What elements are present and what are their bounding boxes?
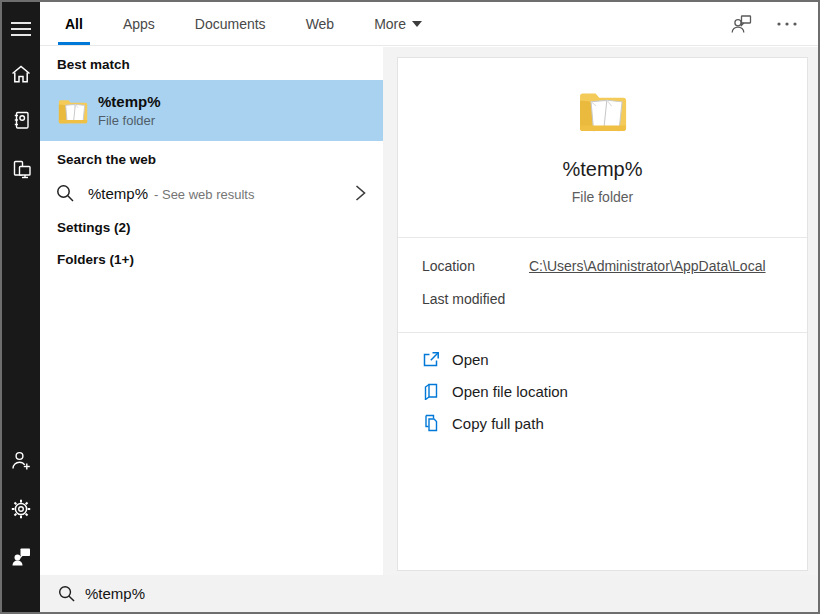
best-match-header: Best match <box>57 57 130 72</box>
hamburger-icon <box>11 21 31 37</box>
search-tabs-bar: All Apps Documents Web More <box>40 2 818 46</box>
left-rail <box>2 2 40 612</box>
open-file-location-icon <box>422 382 440 400</box>
tab-apps[interactable]: Apps <box>116 2 162 45</box>
best-match-result[interactable]: %temp% File folder <box>40 80 383 141</box>
best-match-title: %temp% <box>98 93 161 110</box>
tab-label: Web <box>306 16 335 32</box>
home-icon <box>11 64 31 83</box>
web-search-hint: - See web results <box>154 187 254 202</box>
tab-web[interactable]: Web <box>299 2 342 45</box>
preview-title: %temp% <box>398 158 807 181</box>
search-icon <box>58 585 75 602</box>
tabs: All Apps Documents Web More <box>58 2 429 45</box>
tab-label: More <box>374 16 406 32</box>
more-options-button[interactable] <box>774 19 800 29</box>
tab-all[interactable]: All <box>58 2 90 45</box>
tab-label: Apps <box>123 16 155 32</box>
action-label: Copy full path <box>452 415 544 432</box>
tab-more[interactable]: More <box>367 2 429 45</box>
tab-label: All <box>65 16 83 32</box>
devices-button[interactable] <box>2 150 40 188</box>
home-button[interactable] <box>2 54 40 92</box>
chevron-right-icon[interactable] <box>355 184 366 202</box>
gear-icon <box>11 499 31 519</box>
send-feedback-button[interactable] <box>729 12 754 36</box>
preview-area: %temp% File folder Location C:\Users\Adm… <box>383 47 818 575</box>
journal-button[interactable] <box>2 101 40 139</box>
feedback-icon <box>11 547 31 566</box>
tab-label: Documents <box>195 16 266 32</box>
search-web-header: Search the web <box>57 152 156 167</box>
web-search-result[interactable]: %temp% - See web results <box>40 171 383 215</box>
folder-icon-large <box>577 84 629 138</box>
feedback-outline-icon <box>731 14 752 34</box>
menu-button[interactable] <box>2 10 40 48</box>
feedback-button[interactable] <box>2 537 40 575</box>
folder-icon <box>57 96 89 126</box>
action-copy-full-path[interactable]: Copy full path <box>422 410 544 436</box>
divider <box>398 237 807 238</box>
action-label: Open file location <box>452 383 568 400</box>
add-account-icon <box>11 450 31 471</box>
notebook-icon <box>11 110 31 130</box>
preview-subtitle: File folder <box>398 189 807 205</box>
divider <box>398 332 807 333</box>
search-input[interactable] <box>85 585 585 602</box>
settings-button[interactable] <box>2 490 40 528</box>
ellipsis-icon <box>776 21 798 27</box>
location-link[interactable]: C:\Users\Administrator\AppData\Local <box>529 258 766 274</box>
detail-last-modified: Last modified <box>422 291 529 307</box>
account-button[interactable] <box>2 441 40 479</box>
detail-label: Location <box>422 258 529 274</box>
group-folders[interactable]: Folders (1+) <box>57 252 134 267</box>
search-bar <box>40 575 818 612</box>
preview-card: %temp% File folder Location C:\Users\Adm… <box>397 57 808 571</box>
search-icon <box>56 184 74 202</box>
group-settings[interactable]: Settings (2) <box>57 220 131 235</box>
copy-icon <box>422 414 440 432</box>
best-match-subtitle: File folder <box>98 113 161 128</box>
tab-documents[interactable]: Documents <box>188 2 273 45</box>
detail-label: Last modified <box>422 291 529 307</box>
results-panel: Best match %temp% File folder Search the… <box>40 47 383 575</box>
devices-icon <box>11 159 32 179</box>
detail-location: Location C:\Users\Administrator\AppData\… <box>422 258 766 274</box>
chevron-down-icon <box>412 21 422 27</box>
action-open-file-location[interactable]: Open file location <box>422 378 568 404</box>
topbar-actions <box>729 2 800 45</box>
windows-search-window: All Apps Documents Web More <box>0 0 820 614</box>
action-open[interactable]: Open <box>422 346 489 372</box>
action-label: Open <box>452 351 489 368</box>
web-search-query: %temp% <box>88 185 148 202</box>
open-icon <box>422 350 440 368</box>
